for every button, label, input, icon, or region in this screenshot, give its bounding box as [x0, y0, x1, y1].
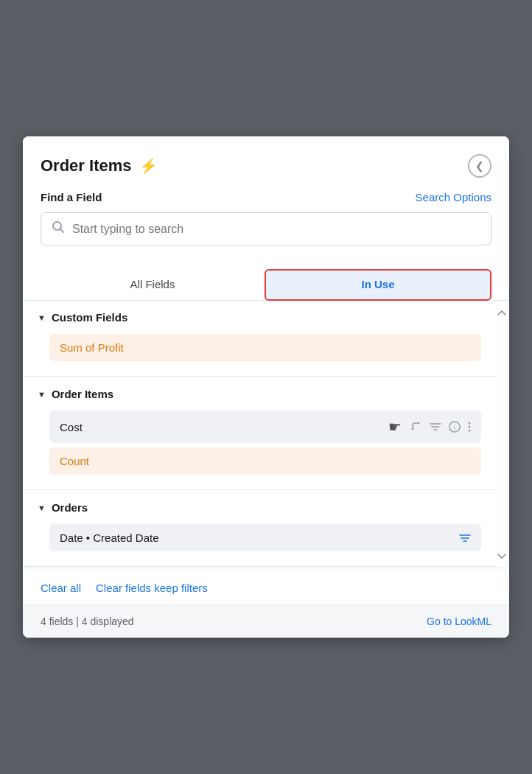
section-order-items: ▼ Order Items Cost ☛	[23, 377, 496, 490]
bolt-icon[interactable]: ⚡	[139, 157, 158, 175]
header-left: Order Items ⚡	[41, 156, 158, 175]
section-custom-fields: ▼ Custom Fields Sum of Profit	[23, 301, 496, 377]
pivot-icon-button[interactable]	[410, 421, 422, 433]
clear-all-link[interactable]: Clear all	[41, 582, 81, 594]
sections-container: ▼ Custom Fields Sum of Profit ▼ Order It…	[23, 301, 509, 567]
header-top: Order Items ⚡ ❮	[41, 154, 491, 178]
field-cost[interactable]: Cost ☛	[49, 411, 481, 443]
search-icon	[52, 220, 65, 237]
section-order-items-items: Cost ☛	[23, 408, 496, 489]
section-custom-fields-arrow: ▼	[38, 313, 46, 322]
svg-text:i: i	[454, 424, 455, 431]
main-panel: Order Items ⚡ ❮ Find a Field Search Opti…	[23, 136, 509, 638]
chevron-left-icon: ❮	[475, 160, 484, 172]
tab-all-fields[interactable]: All Fields	[41, 271, 265, 299]
section-order-items-arrow: ▼	[38, 390, 46, 399]
section-orders-title: Orders	[52, 501, 88, 514]
field-date-created[interactable]: Date • Created Date	[49, 524, 481, 551]
search-box	[41, 212, 491, 245]
section-orders-arrow: ▼	[38, 503, 46, 512]
back-button[interactable]: ❮	[468, 154, 491, 178]
tabs-row: All Fields In Use	[23, 257, 509, 301]
find-field-label: Find a Field	[41, 191, 102, 203]
section-custom-fields-header[interactable]: ▼ Custom Fields	[23, 301, 496, 331]
info-icon-button[interactable]: i	[449, 421, 461, 433]
section-custom-fields-items: Sum of Profit	[23, 331, 496, 376]
section-order-items-title: Order Items	[52, 388, 113, 400]
header: Order Items ⚡ ❮ Find a Field Search Opti…	[23, 136, 509, 257]
cursor-icon: ☛	[388, 418, 402, 436]
svg-point-8	[469, 426, 471, 428]
svg-line-1	[60, 229, 64, 233]
section-orders-header[interactable]: ▼ Orders	[23, 491, 496, 521]
filter-icon-button[interactable]	[430, 422, 441, 431]
svg-point-9	[469, 430, 471, 432]
content-wrapper: ▼ Custom Fields Sum of Profit ▼ Order It…	[23, 301, 509, 638]
more-icon-button[interactable]	[468, 421, 471, 433]
search-input[interactable]	[72, 223, 480, 236]
section-orders-items: Date • Created Date	[23, 521, 496, 566]
scroll-down-indicator[interactable]	[497, 549, 506, 562]
field-date-icons	[459, 534, 471, 543]
field-sum-of-profit[interactable]: Sum of Profit	[49, 334, 481, 361]
tab-in-use[interactable]: In Use	[265, 269, 491, 301]
section-order-items-header[interactable]: ▼ Order Items	[23, 377, 496, 408]
footer-bottom: 4 fields | 4 displayed Go to LookML	[23, 604, 509, 638]
page-title: Order Items	[41, 156, 132, 175]
section-custom-fields-title: Custom Fields	[52, 311, 127, 324]
field-cost-icons: ☛	[388, 418, 471, 436]
field-date-created-label: Date • Created Date	[60, 531, 159, 544]
footer-actions: Clear all Clear fields keep filters	[23, 568, 509, 604]
field-cost-label: Cost	[60, 421, 83, 433]
find-field-row: Find a Field Search Options	[41, 191, 491, 203]
svg-point-7	[469, 422, 471, 425]
field-sum-of-profit-label: Sum of Profit	[60, 341, 124, 354]
field-count-label: Count	[60, 455, 89, 467]
clear-fields-link[interactable]: Clear fields keep filters	[96, 582, 208, 594]
section-orders: ▼ Orders Date • Created Date	[23, 491, 496, 567]
search-options-link[interactable]: Search Options	[416, 191, 491, 203]
go-to-lookml-link[interactable]: Go to LookML	[427, 616, 491, 627]
field-count[interactable]: Count	[49, 447, 481, 475]
fields-count: 4 fields | 4 displayed	[41, 616, 134, 627]
date-filter-icon-button[interactable]	[459, 534, 471, 543]
scroll-up-indicator[interactable]	[497, 305, 506, 318]
